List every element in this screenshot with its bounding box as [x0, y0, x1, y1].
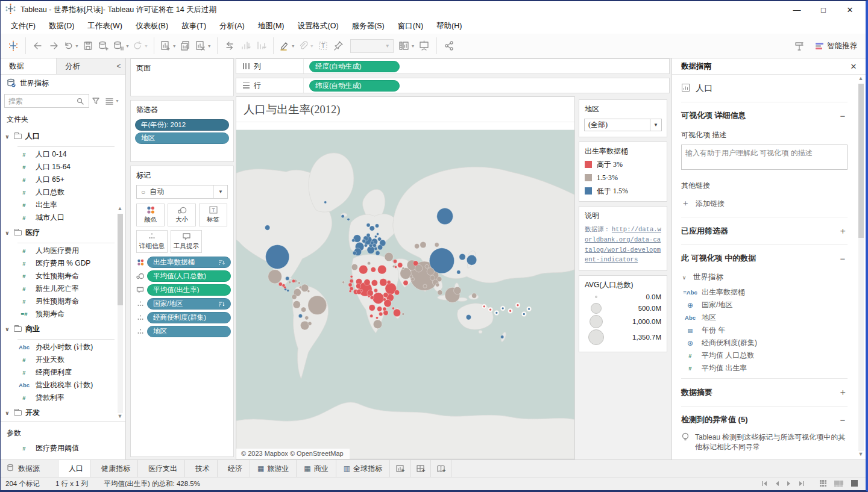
guide-datasource-row[interactable]: ∨世界指标	[681, 264, 848, 286]
mark-pill[interactable]: 地区	[147, 326, 231, 337]
menu-item[interactable]: 窗口(N)	[391, 19, 430, 34]
rows-pill[interactable]: 纬度(自动生成)	[309, 80, 400, 92]
search-input[interactable]	[8, 97, 74, 105]
save-icon[interactable]	[80, 37, 96, 54]
field-row[interactable]: Abc办税小时数 (计数)	[1, 341, 125, 353]
menu-item[interactable]: 仪表板(B)	[129, 19, 175, 34]
label-button[interactable]: T标签	[199, 204, 227, 226]
clear-sheet-icon[interactable]: ▼	[193, 37, 213, 54]
field-row[interactable]: #新生儿死亡率	[1, 282, 125, 295]
field-row[interactable]: #人均医疗费用	[1, 244, 125, 257]
folder-population[interactable]: ∨人口	[1, 128, 125, 145]
applied-filters-section[interactable]: 已应用筛选器＋	[681, 225, 848, 237]
guide-field-row[interactable]: =Abc出生率数据桶	[681, 286, 848, 299]
map-attribution[interactable]: © 2023 Mapbox © OpenStreetMap	[236, 449, 350, 459]
field-row[interactable]: =#预期寿命	[1, 308, 125, 320]
mark-pill[interactable]: 国家/地区	[147, 298, 231, 310]
collapse-icon[interactable]: −	[838, 415, 848, 425]
run-update-icon[interactable]: ▼	[131, 37, 149, 54]
legend-item[interactable]: 低于 1.5%	[579, 184, 667, 198]
show-cards-icon[interactable]: ▼	[397, 37, 417, 54]
add-link-button[interactable]: ＋添加链接	[681, 198, 848, 209]
rows-shelf[interactable]: 行 纬度(自动生成)	[236, 78, 670, 93]
filter-fields-icon[interactable]	[89, 97, 102, 105]
fields-scrollbar[interactable]: ▲ ▼	[116, 205, 124, 422]
presentation-mode-icon[interactable]	[417, 37, 432, 54]
fix-axes-icon[interactable]	[331, 37, 347, 54]
field-row[interactable]: #经商便利度	[1, 366, 125, 379]
sheet-view-icon[interactable]	[851, 479, 858, 488]
new-data-source-icon[interactable]	[96, 37, 112, 54]
expand-icon[interactable]: ＋	[838, 225, 848, 237]
minimize-button[interactable]: —	[784, 2, 810, 17]
expand-icon[interactable]: ＋	[838, 387, 848, 398]
tableau-home-icon[interactable]	[5, 37, 21, 54]
folder-development[interactable]: ∨开发	[1, 404, 125, 421]
pause-updates-icon[interactable]: ▼	[112, 37, 131, 54]
duplicate-sheet-icon[interactable]	[178, 37, 193, 54]
pages-card[interactable]: 页面	[130, 58, 234, 96]
field-row[interactable]: #出生率	[1, 199, 125, 211]
folder-business[interactable]: ∨商业	[1, 320, 125, 337]
redo-icon[interactable]	[46, 37, 61, 54]
new-worksheet-icon[interactable]: ▼	[159, 37, 178, 54]
collapse-icon[interactable]: −	[838, 254, 848, 264]
last-sheet-icon[interactable]	[799, 481, 805, 488]
size-button[interactable]: 大小	[168, 204, 196, 226]
swap-axes-icon[interactable]	[222, 37, 237, 54]
new-story-button[interactable]: ＋	[431, 460, 451, 477]
color-button[interactable]: 颜色	[136, 204, 165, 226]
mark-pill[interactable]: 出生率数据桶	[147, 257, 231, 268]
viz-description-input[interactable]	[681, 145, 848, 170]
collapse-icon[interactable]: −	[838, 111, 848, 121]
attach-icon[interactable]: ▼	[297, 37, 315, 54]
guide-field-row[interactable]: ▤年份 年	[681, 324, 848, 337]
show-mark-labels-icon[interactable]: T	[315, 37, 331, 54]
datasource-tab[interactable]: 数据源	[1, 460, 58, 477]
close-icon[interactable]: ✕	[848, 62, 860, 71]
maximize-button[interactable]: □	[810, 2, 837, 17]
sort-descending-icon[interactable]	[253, 37, 269, 54]
field-row[interactable]: #男性预期寿命	[1, 295, 125, 308]
filter-pill-year[interactable]: 年(年份): 2012	[135, 119, 229, 131]
next-sheet-icon[interactable]	[787, 481, 791, 488]
mark-pill[interactable]: 平均值(出生率)	[147, 284, 231, 296]
viz-details-section[interactable]: 可视化项 详细信息−	[681, 110, 848, 121]
sheet-tab[interactable]: 人口	[58, 460, 91, 477]
field-row[interactable]: #女性预期寿命	[1, 270, 125, 282]
close-button[interactable]: ✕	[837, 2, 863, 17]
mark-type-dropdown[interactable]: ○自动▼	[136, 185, 228, 199]
menu-item[interactable]: 故事(T)	[175, 19, 213, 34]
first-sheet-icon[interactable]	[761, 481, 767, 488]
menu-item[interactable]: 帮助(H)	[430, 19, 468, 34]
show-hide-cards-icon[interactable]	[791, 37, 807, 54]
region-filter-dropdown[interactable]: (全部) ▼	[584, 119, 662, 131]
replay-icon[interactable]: ▼	[61, 37, 80, 54]
tab-analytics[interactable]: 分析	[56, 58, 112, 74]
sheet-tab[interactable]: 医疗支出	[138, 460, 185, 477]
legend-item[interactable]: 1.5-3%	[579, 171, 667, 184]
sheet-tab[interactable]: ▦商业	[297, 460, 336, 477]
parameter-row[interactable]: #医疗费用阈值	[1, 442, 125, 455]
mark-pill[interactable]: 平均值(人口总数)	[147, 270, 231, 282]
menu-item[interactable]: 数据(D)	[42, 19, 81, 34]
mark-pill[interactable]: 经商便利度(群集)	[147, 312, 231, 323]
outliers-section[interactable]: 检测到的异常值 (5)−	[681, 414, 848, 425]
highlight-icon[interactable]: ▼	[278, 37, 297, 54]
field-row[interactable]: #人口总数	[1, 186, 125, 199]
collapse-pane-button[interactable]: <	[112, 58, 125, 74]
detail-button[interactable]: 详细信息	[136, 230, 168, 253]
search-box[interactable]	[4, 94, 89, 108]
guide-field-row[interactable]: Abc地区	[681, 311, 848, 324]
filter-pill-region[interactable]: 地区	[135, 132, 229, 144]
guide-scrollbar[interactable]: ▲ ▼	[857, 75, 865, 459]
tooltip-button[interactable]: 工具提示	[171, 230, 202, 253]
datasource-row[interactable]: 世界指标	[1, 75, 125, 92]
previous-sheet-icon[interactable]	[775, 481, 779, 488]
menu-item[interactable]: 工作表(W)	[81, 19, 129, 34]
menu-item[interactable]: 文件(F)	[4, 19, 42, 34]
fit-selector[interactable]: ▼	[350, 39, 394, 53]
field-row[interactable]: #城市人口	[1, 211, 125, 224]
guide-field-row[interactable]: ⊕国家/地区	[681, 299, 848, 311]
new-worksheet-button[interactable]: ＋	[390, 460, 410, 477]
